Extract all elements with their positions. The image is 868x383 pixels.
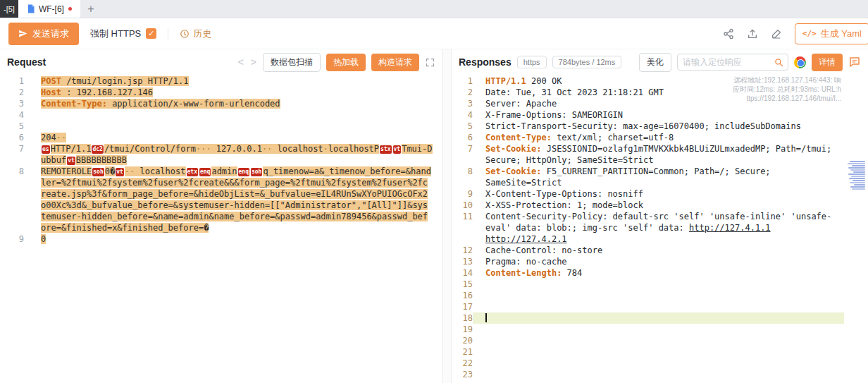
- request-line[interactable]: 1POST /tmui/login.jsp HTTP/1.1: [0, 75, 442, 87]
- webfuzzer-window: -[5] WF-[6] + 发送请求 强制 HTTPS ✓ 历史: [0, 0, 868, 383]
- token: Server: Apache: [485, 99, 557, 109]
- request-line[interactable]: 8REMOTEROLEsoh0�vt·· localhostetxenqadmi…: [0, 166, 442, 233]
- response-line[interactable]: 15: [452, 279, 868, 290]
- next-packet-icon[interactable]: >: [250, 56, 257, 68]
- request-title: Request: [7, 56, 46, 68]
- token: Cache-Control: no-store: [485, 245, 602, 255]
- request-line[interactable]: 6204··: [0, 132, 442, 143]
- send-request-button[interactable]: 发送请求: [8, 23, 79, 45]
- response-line[interactable]: 22: [452, 358, 868, 369]
- response-line[interactable]: 8Set-Cookie: F5_CURRENT_PARTITION=Common…: [452, 166, 868, 188]
- code-content: X-Frame-Options: SAMEORIGIN: [473, 109, 844, 121]
- protocol-badge: https: [517, 56, 547, 68]
- response-line[interactable]: 7Set-Cookie: JSESSIONID=ozlafg1mTMVKXkbk…: [452, 143, 868, 166]
- line-number: 4: [0, 109, 24, 121]
- minimap[interactable]: [847, 73, 868, 383]
- code-content: [473, 358, 844, 369]
- token: Set-Cookie:: [485, 166, 541, 176]
- share-icon[interactable]: [723, 28, 734, 39]
- response-line[interactable]: 13Pragma: no-cache: [452, 256, 868, 267]
- chat-icon[interactable]: [848, 56, 861, 68]
- code-content: Date: Tue, 31 Oct 2023 21:18:21 GMT: [473, 87, 844, 98]
- response-line[interactable]: 1HTTP/1.1 200 OK: [452, 75, 868, 87]
- token: localhost: [272, 144, 323, 154]
- response-line[interactable]: 21: [452, 346, 868, 358]
- token: q_timenow=a&_timenow_before=&handler=%2f…: [41, 166, 431, 233]
- line-number: 21: [452, 346, 473, 358]
- add-tab-button[interactable]: +: [80, 0, 101, 18]
- code-content: Server: Apache: [473, 98, 844, 109]
- panel-splitter[interactable]: [442, 49, 452, 383]
- response-line[interactable]: 10X-XSS-Protection: 1; mode=block: [452, 200, 868, 211]
- request-line[interactable]: 7esHTTP/1.1dc2/tmui/Control/form··· 127.…: [0, 143, 442, 166]
- response-line[interactable]: 16: [452, 290, 868, 301]
- response-line[interactable]: 11Content-Security-Policy: default-src '…: [452, 211, 868, 245]
- tab-bar: -[5] WF-[6] +: [0, 0, 868, 18]
- toolbar-right-group: </> 生成 Yaml: [723, 23, 860, 44]
- response-line[interactable]: 19: [452, 324, 868, 335]
- packet-scan-button[interactable]: 数据包扫描: [263, 53, 321, 72]
- token: admin: [211, 166, 237, 176]
- response-line[interactable]: 12Cache-Control: no-store: [452, 245, 868, 256]
- line-number: 20: [452, 335, 473, 346]
- response-line[interactable]: 14Content-Length: 784: [452, 267, 868, 279]
- response-line[interactable]: 20: [452, 335, 868, 346]
- line-number: 2: [452, 87, 473, 98]
- response-line[interactable]: 5Strict-Transport-Security: max-age=1607…: [452, 121, 868, 132]
- response-line[interactable]: 9X-Content-Type-Options: nosniff: [452, 188, 868, 200]
- search-input[interactable]: [678, 57, 770, 67]
- response-line[interactable]: 3Server: Apache: [452, 98, 868, 109]
- export-icon[interactable]: [747, 28, 758, 39]
- details-button[interactable]: 详情: [812, 54, 843, 71]
- request-line[interactable]: 2Host : 192.168.127.146: [0, 87, 442, 98]
- code-content: [473, 301, 844, 312]
- request-line[interactable]: 5: [0, 121, 442, 132]
- request-line[interactable]: 90: [0, 233, 442, 245]
- response-line[interactable]: 23: [452, 369, 868, 380]
- line-number: 3: [0, 98, 24, 109]
- prev-packet-icon[interactable]: <: [237, 56, 244, 68]
- line-number: 1: [452, 75, 473, 87]
- response-panel: Responses https 784bytes / 12ms 美化 详情: [452, 49, 868, 383]
- line-number: 22: [452, 358, 473, 369]
- build-request-button[interactable]: 构造请求: [371, 54, 419, 71]
- response-line[interactable]: 2Date: Tue, 31 Oct 2023 21:18:21 GMT: [452, 87, 868, 98]
- request-line[interactable]: 4: [0, 109, 442, 121]
- search-icon[interactable]: [770, 58, 788, 67]
- line-number: 12: [452, 245, 473, 256]
- control-char-chip: dc2: [92, 145, 103, 154]
- history-button[interactable]: 历史: [180, 28, 211, 40]
- fullscreen-icon[interactable]: [425, 57, 435, 68]
- responses-title: Responses: [459, 56, 512, 68]
- line-number: 8: [0, 166, 24, 177]
- control-char-chip: enq: [199, 168, 211, 176]
- token: /tmui/login.jsp HTTP/1.1: [61, 76, 189, 86]
- code-content: 0: [24, 233, 433, 245]
- edit-icon[interactable]: [771, 28, 782, 39]
- response-line[interactable]: 4X-Frame-Options: SAMEORIGIN: [452, 109, 868, 121]
- tab-previous[interactable]: -[5]: [0, 0, 18, 18]
- code-content: 204··: [24, 132, 433, 143]
- code-content: POST /tmui/login.jsp HTTP/1.1: [24, 75, 433, 87]
- request-editor[interactable]: 1POST /tmui/login.jsp HTTP/1.12Host : 19…: [0, 73, 442, 383]
- response-line[interactable]: 18: [452, 312, 868, 324]
- token: localhostP: [328, 144, 379, 154]
- beautify-button[interactable]: 美化: [639, 53, 671, 72]
- line-number: 5: [0, 121, 24, 132]
- response-line[interactable]: 17: [452, 301, 868, 312]
- request-line[interactable]: 3Content-Type: application/x-www-form-ur…: [0, 98, 442, 109]
- chrome-icon[interactable]: [794, 56, 806, 68]
- line-number: 4: [452, 109, 473, 121]
- request-panel-header: Request < > 数据包扫描 热加载 构造请求: [0, 49, 442, 73]
- response-editor[interactable]: 远程地址:192.168.127.146:443: 响 应时间:12ms: 总耗…: [452, 73, 868, 383]
- size-time-badge: 784bytes / 12ms: [552, 56, 622, 68]
- line-number: 14: [452, 267, 473, 279]
- force-https-checkbox[interactable]: ✓: [146, 28, 156, 39]
- response-line[interactable]: 6Content-Type: text/xml; charset=utf-8: [452, 132, 868, 143]
- unsaved-dot: [68, 7, 72, 11]
- generate-yaml-button[interactable]: </> 生成 Yaml: [795, 23, 868, 44]
- tab-active[interactable]: WF-[6]: [18, 0, 80, 18]
- token: X-XSS-Protection: 1; mode=block: [485, 200, 643, 210]
- hot-reload-button[interactable]: 热加载: [326, 54, 366, 71]
- line-number: 8: [452, 166, 473, 177]
